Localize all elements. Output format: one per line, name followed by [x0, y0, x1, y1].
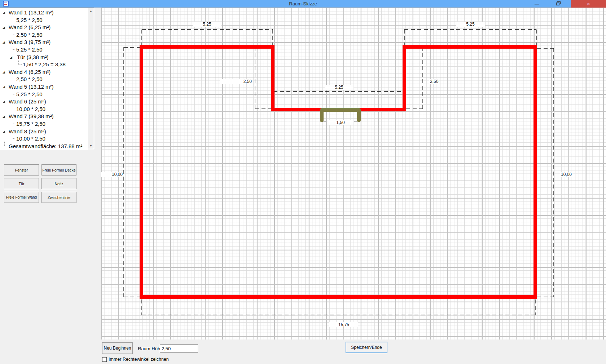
- raum-hoehe-input[interactable]: [160, 344, 198, 353]
- neu-beginnen-button[interactable]: Neu Beginnen: [102, 342, 133, 354]
- tree-item-formula[interactable]: 5,25 * 2,50: [0, 91, 88, 98]
- expander-icon[interactable]: ◢: [3, 83, 5, 91]
- tree-connector: [12, 134, 15, 139]
- dim-label-door-width: 1,50: [328, 120, 354, 125]
- tree-item-tuer[interactable]: ◢Tür (3,38 m²): [0, 54, 88, 61]
- notiz-button[interactable]: Notiz: [41, 178, 76, 189]
- expander-icon[interactable]: ◢: [3, 113, 5, 120]
- freie-formel-wand-button[interactable]: Freie Formel Wand: [4, 192, 39, 203]
- bottom-bar: Neu Beginnen Raum Höhe Speichern/Ende Im…: [0, 339, 606, 364]
- dim-label-left-height: 10,00: [101, 172, 123, 177]
- expander-icon[interactable]: ◢: [3, 9, 5, 17]
- dim-label-top-right: 5,25: [456, 22, 485, 27]
- wall-tree-panel: ◢Wand 1 (13,12 m²) 5,25 * 2,50 ◢Wand 2 (…: [0, 8, 94, 149]
- dim-label-top-left: 5,25: [193, 22, 221, 27]
- minimize-button[interactable]: —: [530, 0, 544, 8]
- restore-icon: [556, 3, 559, 5]
- expander-icon[interactable]: ◢: [3, 98, 5, 106]
- tree-item-formula[interactable]: 1,50 * 2,25 = 3,38: [0, 61, 88, 68]
- window-title: Raum-Skizze: [0, 1, 606, 6]
- expander-icon[interactable]: ◢: [3, 68, 5, 76]
- tree-item-formula[interactable]: 2,50 * 2,50: [0, 76, 88, 83]
- title-bar: Raum-Skizze — ×: [0, 0, 606, 8]
- tree-item-formula[interactable]: 15,75 * 2,50: [0, 120, 88, 128]
- zwischenlinie-button[interactable]: Zwischenlinie: [41, 192, 76, 203]
- tree-item-formula[interactable]: 2,50 * 2,50: [0, 31, 88, 39]
- tree-connector: [12, 75, 15, 79]
- dim-label-notch-left-depth: 2,50: [220, 79, 252, 84]
- restore-button[interactable]: [550, 0, 565, 8]
- rechtwinkel-checkbox-label: Immer Rechtewinkel zeichnen: [109, 357, 169, 362]
- dim-label-notch-right-depth: 2,50: [429, 79, 439, 84]
- expander-icon[interactable]: ◢: [10, 54, 12, 61]
- room-sketch: [101, 8, 606, 339]
- raum-hoehe-label: Raum Höhe: [138, 346, 163, 351]
- tree-connector: [12, 15, 15, 20]
- expander-icon[interactable]: ◢: [3, 24, 5, 31]
- wall-tree: ◢Wand 1 (13,12 m²) 5,25 * 2,50 ◢Wand 2 (…: [0, 9, 88, 149]
- speichern-ende-button[interactable]: Speichern/Ende: [346, 342, 387, 353]
- app-window: { "window": { "title": "Raum-Skizze", "m…: [0, 0, 606, 364]
- tree-item-formula[interactable]: 5,25 * 2,50: [0, 17, 88, 24]
- tree-connector: [12, 90, 15, 94]
- tree-item-gesamtflaeche[interactable]: Gesamtwandfläche: 137.88 m²: [0, 143, 88, 150]
- door-shape: [322, 110, 359, 120]
- scroll-down-icon[interactable]: ▼: [88, 143, 94, 149]
- tree-connector: [12, 30, 15, 35]
- tree-connector: [12, 45, 15, 50]
- expander-icon[interactable]: ◢: [3, 39, 5, 46]
- dimension-lines: [124, 30, 554, 315]
- tree-item-formula[interactable]: 10,00 * 2,50: [0, 135, 88, 143]
- tree-connector: [4, 142, 8, 146]
- tree-item-formula[interactable]: 5,25 * 2,50: [0, 46, 88, 54]
- freie-formel-decke-button[interactable]: Freie Formel Decke: [41, 164, 76, 176]
- drawing-canvas[interactable]: 5,25 5,25 5,25 2,50 2,50 10,00 10,00 15,…: [101, 8, 606, 339]
- close-button[interactable]: ×: [571, 0, 606, 8]
- dim-label-notch-width: 5,25: [325, 85, 354, 90]
- tree-connector: [12, 105, 15, 109]
- tree-connector: [18, 60, 22, 65]
- fenster-button[interactable]: Fenster: [4, 164, 39, 176]
- tree-connector: [12, 119, 15, 124]
- tuer-button[interactable]: Tür: [4, 178, 39, 189]
- expander-icon[interactable]: ◢: [3, 128, 5, 136]
- tree-item-formula[interactable]: 10,00 * 2,50: [0, 106, 88, 113]
- dim-label-bottom-width: 15,75: [329, 322, 358, 327]
- scroll-up-icon[interactable]: ▲: [88, 8, 94, 14]
- tree-scrollbar[interactable]: ▲ ▼: [88, 8, 94, 149]
- rechtwinkel-checkbox[interactable]: [102, 357, 107, 362]
- dim-label-right-height: 10,00: [560, 172, 572, 177]
